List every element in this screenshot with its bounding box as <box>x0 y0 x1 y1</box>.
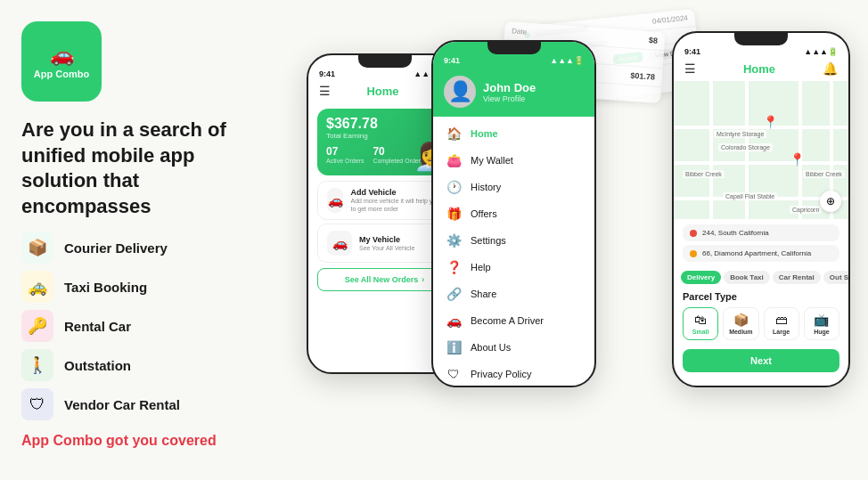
tab-book-taxi[interactable]: Book Taxi <box>724 271 770 284</box>
about-icon: ℹ️ <box>446 340 462 354</box>
tab-delivery[interactable]: Delivery <box>681 271 721 284</box>
my-vehicle-icon: 🚗 <box>327 231 352 256</box>
road <box>674 161 848 165</box>
parcel-label: Medium <box>729 329 752 335</box>
menu-item-settings[interactable]: ⚙️ Settings <box>433 227 594 254</box>
map-pin-origin: 📍 <box>763 115 778 129</box>
huge-icon: 📺 <box>814 313 829 327</box>
offers-icon: 🎁 <box>446 207 462 221</box>
features-list: 📦 Courier Delivery 🚕 Taxi Booking 🔑 Rent… <box>21 232 267 420</box>
location-inputs: 244, South California 66, Diamond Apartm… <box>674 219 848 267</box>
menu-item-wallet[interactable]: 👛 My Wallet <box>433 147 594 174</box>
origin-input[interactable]: 244, South California <box>683 224 839 241</box>
parcel-large[interactable]: 🗃 Large <box>764 307 799 340</box>
dest-input[interactable]: 66, Diamond Apartment, California <box>683 245 839 262</box>
menu-label: History <box>471 182 501 192</box>
parcel-types: 🛍 Small 📦 Medium 🗃 Large 📺 Huge <box>683 307 839 340</box>
tagline: App Combo got you covered <box>21 433 267 449</box>
feature-label: Vendor Car Rental <box>64 397 180 412</box>
menu-item-home[interactable]: 🏠 Home <box>433 120 594 147</box>
home-icon: 🏠 <box>446 126 462 141</box>
road <box>674 126 848 129</box>
parcel-label: Large <box>773 329 790 335</box>
medium-icon: 📦 <box>733 313 749 327</box>
menu-item-share[interactable]: 🔗 Share <box>433 281 594 307</box>
next-button[interactable]: Next <box>683 349 839 372</box>
parcel-title: Parcel Type <box>683 291 839 302</box>
menu-item-about[interactable]: ℹ️ About Us <box>433 334 594 361</box>
hamburger-icon[interactable]: ☰ <box>684 61 696 76</box>
phone-drawer: 9:41 ▲▲▲🔋 👤 John Doe View Profile 🏠 Home… <box>431 40 596 387</box>
phones-area: 04/01/2024 Accept View Detail Date $8 Fi… <box>262 0 868 480</box>
feature-courier: 📦 Courier Delivery <box>21 232 267 264</box>
feature-label: Rental Car <box>64 319 131 334</box>
driver-icon: 🚗 <box>446 313 462 328</box>
delivery-tabs: Delivery Book Taxi Car Rental Out Statio… <box>674 267 848 288</box>
origin-text: 244, South California <box>702 229 769 237</box>
outstation-icon: 🚶 <box>21 349 53 381</box>
map-pin-dest: 📍 <box>790 152 805 167</box>
brand-name: App Combo <box>34 69 89 79</box>
help-icon: ❓ <box>446 260 462 274</box>
left-section: 🚗 App Combo Are you in a search of unifi… <box>0 0 285 480</box>
avatar: 👤 <box>444 76 476 108</box>
time: 9:41 <box>444 56 460 65</box>
tab-car-rental[interactable]: Car Rental <box>773 271 821 284</box>
my-vehicle-text: My Vehicle See Your All Vehicle <box>359 235 414 252</box>
vendor-icon: 🛡 <box>21 388 53 420</box>
view-profile[interactable]: View Profile <box>483 94 536 103</box>
feature-rental: 🔑 Rental Car <box>21 310 267 342</box>
settings-icon: ⚙️ <box>446 233 462 248</box>
tab-label: Out Station <box>830 273 848 281</box>
map-area[interactable]: McIntyre Storage Colorado Storage Bibber… <box>674 81 848 219</box>
dest-text: 66, Diamond Apartment, California <box>702 249 811 257</box>
history-icon: 🕐 <box>446 180 462 194</box>
menu-label: Home <box>471 128 498 139</box>
parcel-medium[interactable]: 📦 Medium <box>723 307 758 340</box>
menu-item-become-driver[interactable]: 🚗 Become A Driver <box>433 307 594 334</box>
phone3-header: ☰ Home 🔔 <box>674 58 848 81</box>
notch <box>734 33 788 45</box>
tab-out-station[interactable]: Out Station <box>823 271 848 284</box>
parcel-huge[interactable]: 📺 Huge <box>804 307 839 340</box>
car-icon: 🚗 <box>50 44 74 67</box>
active-orders: 07 <box>326 145 364 158</box>
origin-dot <box>690 230 697 237</box>
large-icon: 🗃 <box>775 313 788 327</box>
menu-item-offers[interactable]: 🎁 Offers <box>433 200 594 227</box>
compass-icon[interactable]: ⊕ <box>820 191 841 212</box>
time: 9:41 <box>684 47 700 56</box>
add-vehicle-desc: Add more vehicle it will help you to get… <box>350 197 442 213</box>
my-vehicle-desc: See Your All Vehicle <box>359 244 414 252</box>
parcel-small[interactable]: 🛍 Small <box>683 307 718 340</box>
my-vehicle-title: My Vehicle <box>359 235 414 244</box>
rental-icon: 🔑 <box>21 310 53 342</box>
feature-vendor: 🛡 Vendor Car Rental <box>21 388 267 420</box>
tab-label: Book Taxi <box>730 273 764 281</box>
feature-outstation: 🚶 Outstation <box>21 349 267 381</box>
active-label: Active Orders <box>326 158 364 164</box>
user-name: John Doe <box>483 81 536 94</box>
privacy-icon: 🛡 <box>446 367 462 381</box>
menu-label: My Wallet <box>471 155 513 166</box>
notch <box>487 42 541 54</box>
feature-label: Outstation <box>64 358 131 373</box>
wallet-icon: 👛 <box>446 153 462 167</box>
menu-item-help[interactable]: ❓ Help <box>433 254 594 281</box>
courier-icon: 📦 <box>21 232 53 264</box>
hamburger-icon[interactable]: ☰ <box>319 84 331 98</box>
add-vehicle-icon: 🚗 <box>327 188 343 213</box>
share-icon: 🔗 <box>446 287 462 301</box>
home-title: Home <box>743 62 775 76</box>
tab-label: Car Rental <box>779 273 815 281</box>
menu-item-privacy[interactable]: 🛡 Privacy Policy <box>433 361 594 387</box>
menu-label: Become A Driver <box>471 315 544 326</box>
add-vehicle-text: Add Vehicle Add more vehicle it will hel… <box>350 188 442 213</box>
next-label: Next <box>750 355 772 366</box>
parcel-section: Parcel Type 🛍 Small 📦 Medium 🗃 Large 📺 H… <box>674 288 848 344</box>
menu-item-history[interactable]: 🕐 History <box>433 174 594 200</box>
app-logo[interactable]: 🚗 App Combo <box>21 21 102 102</box>
menu-label: Share <box>471 289 496 299</box>
earnings-amount: $367.78 <box>326 116 443 132</box>
menu-label: Privacy Policy <box>471 369 531 379</box>
